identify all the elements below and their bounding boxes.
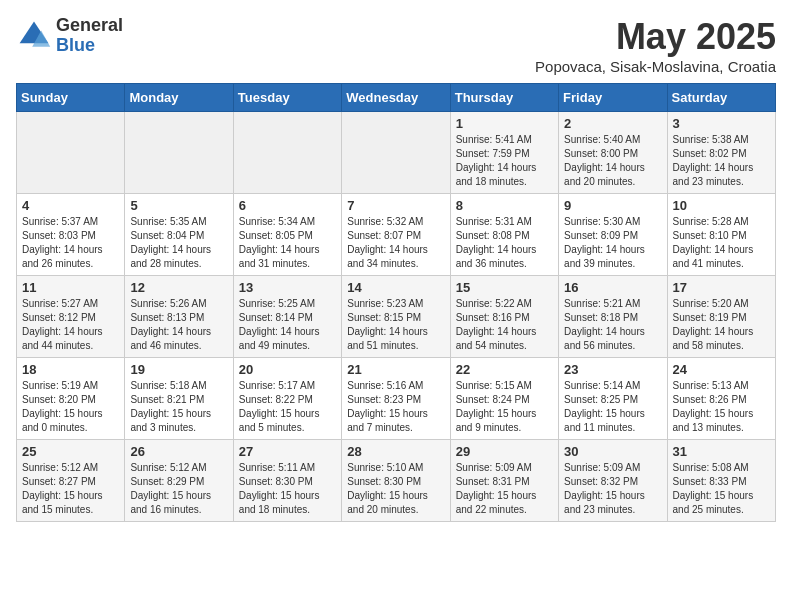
day-info: Sunrise: 5:14 AM Sunset: 8:25 PM Dayligh…: [564, 379, 661, 435]
calendar-cell: 29Sunrise: 5:09 AM Sunset: 8:31 PM Dayli…: [450, 440, 558, 522]
day-info: Sunrise: 5:18 AM Sunset: 8:21 PM Dayligh…: [130, 379, 227, 435]
logo-icon: [16, 18, 52, 54]
day-info: Sunrise: 5:37 AM Sunset: 8:03 PM Dayligh…: [22, 215, 119, 271]
weekday-header-monday: Monday: [125, 84, 233, 112]
weekday-header-friday: Friday: [559, 84, 667, 112]
calendar-cell: 31Sunrise: 5:08 AM Sunset: 8:33 PM Dayli…: [667, 440, 775, 522]
day-number: 9: [564, 198, 661, 213]
day-number: 3: [673, 116, 770, 131]
calendar-cell: 15Sunrise: 5:22 AM Sunset: 8:16 PM Dayli…: [450, 276, 558, 358]
day-info: Sunrise: 5:31 AM Sunset: 8:08 PM Dayligh…: [456, 215, 553, 271]
day-info: Sunrise: 5:11 AM Sunset: 8:30 PM Dayligh…: [239, 461, 336, 517]
calendar-cell: 13Sunrise: 5:25 AM Sunset: 8:14 PM Dayli…: [233, 276, 341, 358]
day-info: Sunrise: 5:22 AM Sunset: 8:16 PM Dayligh…: [456, 297, 553, 353]
day-number: 24: [673, 362, 770, 377]
calendar-cell: [17, 112, 125, 194]
day-number: 1: [456, 116, 553, 131]
calendar-cell: 26Sunrise: 5:12 AM Sunset: 8:29 PM Dayli…: [125, 440, 233, 522]
calendar-cell: 22Sunrise: 5:15 AM Sunset: 8:24 PM Dayli…: [450, 358, 558, 440]
calendar-cell: 25Sunrise: 5:12 AM Sunset: 8:27 PM Dayli…: [17, 440, 125, 522]
calendar-week-2: 4Sunrise: 5:37 AM Sunset: 8:03 PM Daylig…: [17, 194, 776, 276]
weekday-header-sunday: Sunday: [17, 84, 125, 112]
day-number: 5: [130, 198, 227, 213]
weekday-header-tuesday: Tuesday: [233, 84, 341, 112]
calendar-week-4: 18Sunrise: 5:19 AM Sunset: 8:20 PM Dayli…: [17, 358, 776, 440]
calendar-cell: 4Sunrise: 5:37 AM Sunset: 8:03 PM Daylig…: [17, 194, 125, 276]
calendar-cell: 16Sunrise: 5:21 AM Sunset: 8:18 PM Dayli…: [559, 276, 667, 358]
day-info: Sunrise: 5:09 AM Sunset: 8:31 PM Dayligh…: [456, 461, 553, 517]
day-info: Sunrise: 5:19 AM Sunset: 8:20 PM Dayligh…: [22, 379, 119, 435]
calendar-cell: [233, 112, 341, 194]
day-number: 22: [456, 362, 553, 377]
day-number: 18: [22, 362, 119, 377]
calendar-cell: [125, 112, 233, 194]
day-number: 27: [239, 444, 336, 459]
calendar-week-5: 25Sunrise: 5:12 AM Sunset: 8:27 PM Dayli…: [17, 440, 776, 522]
calendar-cell: 3Sunrise: 5:38 AM Sunset: 8:02 PM Daylig…: [667, 112, 775, 194]
day-info: Sunrise: 5:27 AM Sunset: 8:12 PM Dayligh…: [22, 297, 119, 353]
calendar-cell: 17Sunrise: 5:20 AM Sunset: 8:19 PM Dayli…: [667, 276, 775, 358]
page-header: General Blue May 2025 Popovaca, Sisak-Mo…: [16, 16, 776, 75]
day-info: Sunrise: 5:15 AM Sunset: 8:24 PM Dayligh…: [456, 379, 553, 435]
day-info: Sunrise: 5:10 AM Sunset: 8:30 PM Dayligh…: [347, 461, 444, 517]
day-number: 15: [456, 280, 553, 295]
day-info: Sunrise: 5:12 AM Sunset: 8:27 PM Dayligh…: [22, 461, 119, 517]
day-number: 11: [22, 280, 119, 295]
day-number: 4: [22, 198, 119, 213]
calendar-cell: 9Sunrise: 5:30 AM Sunset: 8:09 PM Daylig…: [559, 194, 667, 276]
calendar-cell: 10Sunrise: 5:28 AM Sunset: 8:10 PM Dayli…: [667, 194, 775, 276]
day-number: 25: [22, 444, 119, 459]
calendar-cell: 14Sunrise: 5:23 AM Sunset: 8:15 PM Dayli…: [342, 276, 450, 358]
logo-blue-text: Blue: [56, 35, 95, 55]
day-number: 20: [239, 362, 336, 377]
calendar-cell: 24Sunrise: 5:13 AM Sunset: 8:26 PM Dayli…: [667, 358, 775, 440]
day-info: Sunrise: 5:38 AM Sunset: 8:02 PM Dayligh…: [673, 133, 770, 189]
day-info: Sunrise: 5:34 AM Sunset: 8:05 PM Dayligh…: [239, 215, 336, 271]
calendar-title: May 2025: [535, 16, 776, 58]
day-info: Sunrise: 5:25 AM Sunset: 8:14 PM Dayligh…: [239, 297, 336, 353]
calendar-cell: [342, 112, 450, 194]
day-number: 13: [239, 280, 336, 295]
day-number: 10: [673, 198, 770, 213]
day-number: 29: [456, 444, 553, 459]
day-info: Sunrise: 5:21 AM Sunset: 8:18 PM Dayligh…: [564, 297, 661, 353]
calendar-cell: 11Sunrise: 5:27 AM Sunset: 8:12 PM Dayli…: [17, 276, 125, 358]
day-info: Sunrise: 5:23 AM Sunset: 8:15 PM Dayligh…: [347, 297, 444, 353]
day-number: 14: [347, 280, 444, 295]
calendar-cell: 18Sunrise: 5:19 AM Sunset: 8:20 PM Dayli…: [17, 358, 125, 440]
day-info: Sunrise: 5:12 AM Sunset: 8:29 PM Dayligh…: [130, 461, 227, 517]
day-number: 23: [564, 362, 661, 377]
day-number: 26: [130, 444, 227, 459]
day-info: Sunrise: 5:16 AM Sunset: 8:23 PM Dayligh…: [347, 379, 444, 435]
day-info: Sunrise: 5:35 AM Sunset: 8:04 PM Dayligh…: [130, 215, 227, 271]
day-info: Sunrise: 5:30 AM Sunset: 8:09 PM Dayligh…: [564, 215, 661, 271]
calendar-location: Popovaca, Sisak-Moslavina, Croatia: [535, 58, 776, 75]
day-number: 12: [130, 280, 227, 295]
day-info: Sunrise: 5:20 AM Sunset: 8:19 PM Dayligh…: [673, 297, 770, 353]
day-info: Sunrise: 5:09 AM Sunset: 8:32 PM Dayligh…: [564, 461, 661, 517]
calendar-cell: 19Sunrise: 5:18 AM Sunset: 8:21 PM Dayli…: [125, 358, 233, 440]
day-info: Sunrise: 5:41 AM Sunset: 7:59 PM Dayligh…: [456, 133, 553, 189]
weekday-header-wednesday: Wednesday: [342, 84, 450, 112]
calendar-cell: 8Sunrise: 5:31 AM Sunset: 8:08 PM Daylig…: [450, 194, 558, 276]
day-info: Sunrise: 5:13 AM Sunset: 8:26 PM Dayligh…: [673, 379, 770, 435]
day-info: Sunrise: 5:40 AM Sunset: 8:00 PM Dayligh…: [564, 133, 661, 189]
day-number: 21: [347, 362, 444, 377]
calendar-cell: 21Sunrise: 5:16 AM Sunset: 8:23 PM Dayli…: [342, 358, 450, 440]
calendar-week-3: 11Sunrise: 5:27 AM Sunset: 8:12 PM Dayli…: [17, 276, 776, 358]
weekday-header-row: SundayMondayTuesdayWednesdayThursdayFrid…: [17, 84, 776, 112]
day-number: 19: [130, 362, 227, 377]
calendar-cell: 7Sunrise: 5:32 AM Sunset: 8:07 PM Daylig…: [342, 194, 450, 276]
day-info: Sunrise: 5:17 AM Sunset: 8:22 PM Dayligh…: [239, 379, 336, 435]
calendar-cell: 2Sunrise: 5:40 AM Sunset: 8:00 PM Daylig…: [559, 112, 667, 194]
weekday-header-thursday: Thursday: [450, 84, 558, 112]
calendar-cell: 1Sunrise: 5:41 AM Sunset: 7:59 PM Daylig…: [450, 112, 558, 194]
calendar-cell: 27Sunrise: 5:11 AM Sunset: 8:30 PM Dayli…: [233, 440, 341, 522]
day-number: 30: [564, 444, 661, 459]
calendar-cell: 30Sunrise: 5:09 AM Sunset: 8:32 PM Dayli…: [559, 440, 667, 522]
day-info: Sunrise: 5:28 AM Sunset: 8:10 PM Dayligh…: [673, 215, 770, 271]
logo: General Blue: [16, 16, 123, 56]
weekday-header-saturday: Saturday: [667, 84, 775, 112]
day-number: 7: [347, 198, 444, 213]
day-info: Sunrise: 5:08 AM Sunset: 8:33 PM Dayligh…: [673, 461, 770, 517]
